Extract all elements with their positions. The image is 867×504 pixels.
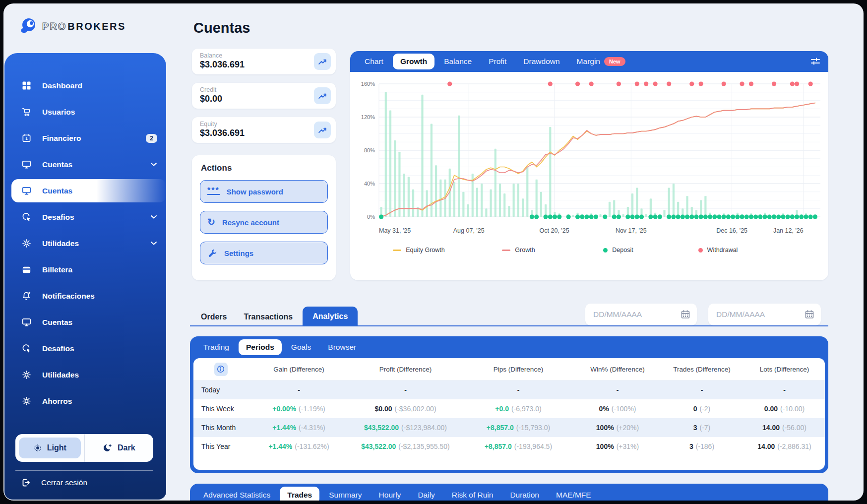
sidebar-item-utilidades[interactable]: Utilidades (4, 232, 166, 255)
legend-item-deposit: Deposit (568, 247, 668, 253)
sidebar-item-cuentas[interactable]: Cuentas (4, 311, 166, 334)
legend-item-withdrawal: Withdrawal (668, 247, 768, 253)
logout-icon (20, 477, 31, 488)
filter-row: OrdersTransactionsAnalytics (190, 304, 828, 326)
theme-light-button[interactable]: Light (15, 434, 85, 462)
logout-label: Cerrar sesión (41, 478, 87, 487)
sidebar-item-dashboard[interactable]: Dashboard (4, 74, 166, 97)
tab-label: Summary (329, 491, 362, 500)
analytics-tab-periods[interactable]: Periods (239, 339, 282, 355)
probrokers-logo[interactable]: PRO BROKERS (18, 16, 126, 36)
column-header: Lots (Difference) (744, 366, 825, 373)
bottom-tab-daily[interactable]: Daily (410, 487, 442, 501)
chart-tab-margin[interactable]: MarginNew (569, 54, 633, 69)
value-cell: - (744, 386, 825, 394)
sidebar-item-desafios[interactable]: Desafios (4, 337, 166, 360)
date-from-field[interactable] (585, 304, 697, 325)
logout-button[interactable]: Cerrar sesión (20, 473, 87, 493)
sidebar-item-label: Dashboard (42, 81, 82, 90)
settings-button[interactable]: Settings (200, 242, 328, 264)
cell-diff-value: (-$36,002.00) (394, 405, 436, 413)
bottom-tab-trades[interactable]: Trades (280, 487, 319, 501)
row-label: This Week (193, 405, 248, 413)
svg-text:Dec 16, '25: Dec 16, '25 (716, 227, 747, 234)
tab-label: Balance (444, 57, 472, 66)
cell-diff-value: (-10.00) (780, 405, 805, 413)
trend-up-icon[interactable] (314, 122, 331, 138)
analytics-tab-trading[interactable]: Trading (196, 339, 237, 355)
value-cell: 100%(+20%) (575, 424, 660, 432)
show-password-button[interactable]: ***Show password (200, 180, 328, 203)
grid-icon (20, 80, 32, 91)
cell-main-value: - (783, 386, 786, 394)
bottom-tab-hourly[interactable]: Hourly (372, 487, 409, 501)
sidebar-item-desafios[interactable]: Desafios (4, 205, 166, 229)
tab-label: Daily (418, 491, 434, 500)
legend-swatch (393, 250, 401, 251)
sidebar-item-ahorros[interactable]: Ahorros (4, 389, 166, 413)
table-row-this-week: This Week+0.00%(-1.19%)$0.00(-$36,002.00… (193, 399, 825, 418)
bottom-tab-risk-of-ruin[interactable]: Risk of Ruin (444, 487, 501, 501)
calendar-icon[interactable] (680, 309, 691, 320)
bottom-tab-summary[interactable]: Summary (321, 487, 369, 501)
filter-tab-analytics[interactable]: Analytics (303, 307, 358, 326)
cell-main-value: +8,857.0 (487, 424, 514, 432)
tab-label: Chart (365, 57, 383, 66)
sidebar-item-billetera[interactable]: Billetera (4, 258, 166, 281)
resync-account-button[interactable]: ↻Resync account (200, 211, 328, 234)
tab-label: MAE/MFE (556, 491, 591, 500)
column-header: Profit (Difference) (350, 366, 461, 373)
bottom-tab-advanced-statistics[interactable]: Advanced Statistics (196, 487, 278, 501)
value-cell: - (660, 386, 744, 394)
date-to-input[interactable] (715, 310, 804, 319)
wallet-icon (20, 264, 32, 275)
wrench-icon (207, 248, 217, 258)
trend-up-icon[interactable] (314, 53, 331, 70)
info-icon[interactable] (214, 363, 228, 376)
sidebar-item-notificaciones[interactable]: Notificaciones (4, 284, 166, 308)
moon-icon (103, 443, 113, 453)
theme-light-pill: Light (19, 438, 81, 458)
calendar-icon[interactable] (804, 309, 815, 320)
value-cell: +8,857.0(-15,793.0) (461, 424, 575, 432)
theme-dark-button[interactable]: Dark (85, 434, 154, 462)
chart-settings-sliders-icon[interactable] (809, 56, 821, 67)
filter-tab-transactions[interactable]: Transactions (237, 308, 300, 326)
cell-diff-value: (-6,973.0) (511, 405, 542, 413)
value-cell: 0(-2) (660, 405, 744, 413)
date-to-field[interactable] (708, 304, 821, 325)
date-from-input[interactable] (592, 310, 680, 319)
sidebar-item-label: Billetera (42, 265, 72, 274)
monitor-icon (20, 317, 32, 327)
sidebar-item-cuentas[interactable]: Cuentas (4, 153, 166, 176)
chart-tab-growth[interactable]: Growth (393, 54, 434, 69)
cell-main-value: 3 (689, 442, 693, 450)
trend-up-icon[interactable] (314, 87, 331, 104)
chart-tab-balance[interactable]: Balance (436, 54, 479, 69)
tab-label: Hourly (379, 491, 401, 500)
legend-item-equity-growth: Equity Growth (369, 247, 469, 253)
chart-tab-drawdown[interactable]: Drawdown (516, 54, 567, 69)
svg-text:160%: 160% (361, 81, 375, 87)
chart-tabbar: ChartGrowthBalanceProfitDrawdownMarginNe… (350, 51, 828, 72)
sidebar: DashboardUsuarios1Financiero2CuentasCuen… (4, 53, 166, 500)
sidebar-item-label: Financiero (42, 134, 81, 143)
analytics-panel: TradingPeriodsGoalsBrowser Gain (Differe… (190, 336, 828, 473)
bottom-tab-duration[interactable]: Duration (502, 487, 547, 501)
sidebar-item-utilidades[interactable]: Utilidades (4, 363, 166, 386)
value-cell: 14.00(-56.00) (744, 424, 825, 432)
column-header: Gain (Difference) (248, 366, 350, 373)
chart-tab-chart[interactable]: Chart (357, 54, 391, 69)
tab-label: Browser (328, 343, 356, 352)
analytics-tab-goals[interactable]: Goals (284, 339, 319, 355)
sidebar-item-label: Desafios (42, 213, 74, 222)
click-icon (20, 343, 32, 354)
sidebar-item-financiero[interactable]: 1Financiero2 (4, 126, 166, 150)
bottom-tab-mae-mfe[interactable]: MAE/MFE (549, 487, 599, 501)
sidebar-item-usuarios[interactable]: Usuarios (4, 100, 166, 124)
analytics-tab-browser[interactable]: Browser (320, 339, 364, 355)
sidebar-item-cuentas[interactable]: Cuentas (11, 179, 166, 202)
filter-tab-orders[interactable]: Orders (194, 308, 234, 326)
chart-tab-profit[interactable]: Profit (481, 54, 514, 69)
cell-main-value: - (517, 386, 520, 394)
